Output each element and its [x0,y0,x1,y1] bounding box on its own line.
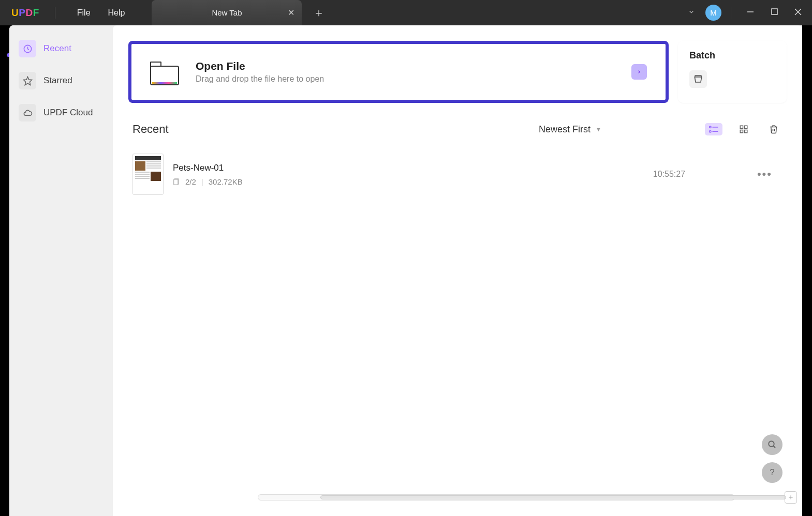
svg-point-6 [710,126,711,128]
file-row[interactable]: Pets-New-01 2/2 | 302.72KB 10:55:27 ••• [128,148,787,200]
svg-line-17 [773,446,775,448]
add-button[interactable]: ＋ [785,491,797,504]
view-grid-button[interactable] [735,123,752,135]
menu-bar: File Help [60,8,143,18]
main-content: Open File Drag and drop the file here to… [113,25,802,516]
search-fab[interactable] [762,434,783,455]
scrollbar-thumb[interactable] [320,495,786,499]
maximize-button[interactable] [770,8,779,17]
delete-button[interactable] [765,123,783,135]
svg-rect-12 [740,130,743,133]
tab-title: New Tab [212,8,242,17]
close-window-button[interactable] [793,8,803,17]
view-list-button[interactable] [705,123,722,135]
star-icon [19,72,36,89]
sidebar-item-cloud[interactable]: UPDF Cloud [17,104,106,122]
divider [55,7,55,19]
svg-rect-10 [740,126,743,128]
menu-help[interactable]: Help [108,8,125,18]
file-pages: 2/2 [185,177,196,186]
sidebar-item-starred[interactable]: Starred [17,72,106,89]
user-avatar[interactable]: M [705,5,721,21]
open-file-subtitle: Drag and drop the file here to open [196,74,324,84]
svg-point-8 [710,131,711,132]
more-options-button[interactable]: ••• [747,168,783,181]
horizontal-scrollbar[interactable] [258,494,735,500]
close-icon[interactable]: ✕ [288,8,294,18]
svg-rect-13 [745,130,747,133]
open-file-card[interactable]: Open File Drag and drop the file here to… [128,41,669,103]
svg-rect-11 [745,126,747,128]
file-size: 302.72KB [209,177,243,186]
titlebar: UPDF File Help New Tab ✕ ＋ M [0,0,812,25]
sidebar: Recent Starred UPDF Cloud [9,25,113,516]
app-logo: UPDF [0,7,51,19]
triangle-down-icon: ▼ [596,126,601,132]
svg-rect-15 [174,179,178,185]
file-name: Pets-New-01 [173,163,592,173]
sort-label: Newest First [539,124,590,135]
recent-heading: Recent [132,123,169,136]
minimize-button[interactable] [746,8,755,17]
sidebar-item-label: Recent [43,43,71,54]
chevron-down-icon[interactable] [683,8,700,17]
batch-scanner-button[interactable] [689,70,707,88]
svg-point-16 [769,441,774,447]
add-tab-button[interactable]: ＋ [313,5,324,21]
file-time: 10:55:27 [592,170,747,179]
chevron-right-icon [631,64,647,80]
page-icon [173,177,180,186]
divider: | [201,177,203,186]
tab-new[interactable]: New Tab ✕ [152,0,302,25]
sidebar-item-recent[interactable]: Recent [17,40,106,57]
sidebar-item-label: Starred [43,75,72,86]
folder-icon [150,58,181,85]
batch-card: Batch [678,41,787,103]
open-file-title: Open File [196,60,324,72]
svg-marker-5 [23,77,32,85]
menu-file[interactable]: File [77,8,91,18]
sidebar-item-label: UPDF Cloud [43,108,93,118]
cloud-icon [19,104,36,122]
clock-icon [19,40,36,57]
divider [731,7,731,19]
file-thumbnail [132,154,164,195]
batch-title: Batch [689,50,775,61]
svg-rect-1 [772,9,777,14]
sort-dropdown[interactable]: Newest First ▼ [539,124,601,135]
help-fab[interactable]: ? [762,462,783,483]
